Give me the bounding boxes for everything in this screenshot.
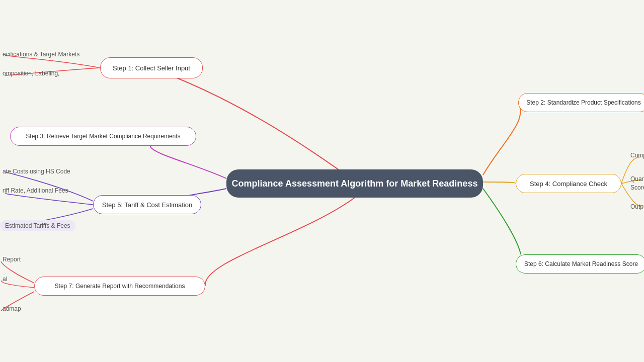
text-estimated-tariffs: Estimated Tariffs & Fees xyxy=(0,220,75,231)
step2-node[interactable]: Step 2: Standardize Product Specificatio… xyxy=(518,93,644,112)
step1-node[interactable]: Step 1: Collect Seller Input xyxy=(100,57,203,78)
text-tariff-rate: riff Rate, Additional Fees xyxy=(0,185,73,196)
text-output: Outpu... xyxy=(625,201,644,212)
text-compa: Compa... xyxy=(625,150,644,161)
step4-node[interactable]: Step 4: Compliance Check xyxy=(516,174,621,193)
text-al: al xyxy=(0,274,12,285)
center-node: Compliance Assessment Algorithm for Mark… xyxy=(226,169,483,198)
step5-node[interactable]: Step 5: Tariff & Cost Estimation xyxy=(93,195,201,214)
text-hs-code: ate Costs using HS Code xyxy=(0,166,75,177)
text-scores: Scores... xyxy=(625,182,644,193)
text-roadmap: admap xyxy=(0,303,26,314)
step3-node[interactable]: Step 3: Retrieve Target Market Complianc… xyxy=(10,127,196,146)
step6-node[interactable]: Step 6: Calculate Market Readiness Score xyxy=(516,254,644,274)
text-specifications: ecifications & Target Markets xyxy=(0,49,85,60)
mind-map-canvas: Compliance Assessment Algorithm for Mark… xyxy=(0,0,644,362)
step7-node[interactable]: Step 7: Generate Report with Recommendat… xyxy=(34,277,205,296)
text-composition: omposition, Labeling, xyxy=(0,68,64,79)
text-report: Report xyxy=(0,254,26,265)
